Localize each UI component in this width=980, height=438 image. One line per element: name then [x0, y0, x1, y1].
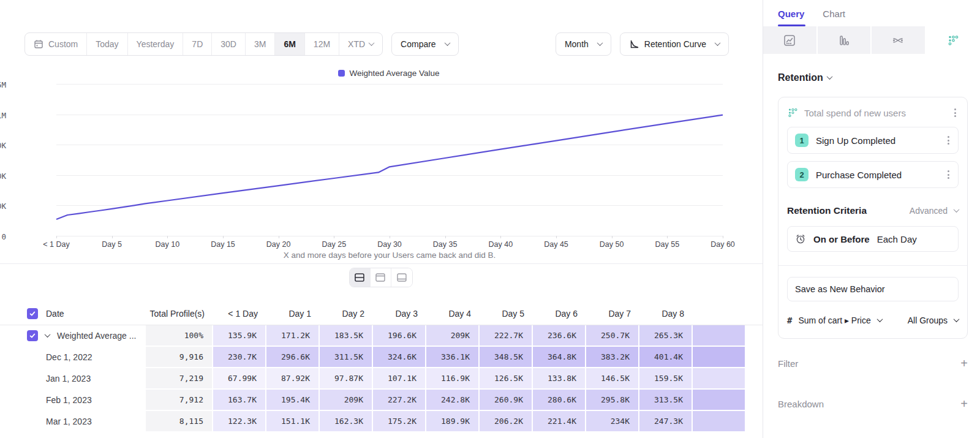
retention-value-cell-partial[interactable]	[693, 390, 746, 411]
range-custom[interactable]: Custom	[25, 33, 87, 55]
retention-value-cell[interactable]: 146.5K	[586, 368, 639, 390]
retention-value-cell[interactable]: 221.4K	[533, 411, 586, 432]
retention-value-cell[interactable]: 348.5K	[480, 347, 533, 368]
retention-value-cell[interactable]: 183.5K	[320, 325, 373, 347]
column-header[interactable]: Day 3	[373, 303, 426, 325]
granularity-button[interactable]: Month	[556, 32, 611, 56]
retention-value-cell[interactable]: 227.2K	[373, 390, 426, 411]
measure-property-dropdown[interactable]: Sum of cart ▸ Price	[798, 315, 881, 325]
range-today[interactable]: Today	[87, 33, 127, 55]
range-xtd[interactable]: XTD	[339, 33, 382, 55]
retention-value-cell[interactable]: 222.7K	[480, 325, 533, 347]
step-purchase-completed[interactable]: 2 Purchase Completed	[787, 161, 959, 188]
add-filter-button[interactable]: +	[960, 357, 968, 369]
report-type-insights[interactable]	[763, 26, 818, 54]
retention-value-cell-partial[interactable]	[693, 325, 746, 347]
add-breakdown-button[interactable]: +	[960, 398, 968, 410]
retention-value-cell[interactable]: 230.7K	[213, 347, 266, 368]
retention-value-cell[interactable]: 107.1K	[373, 368, 426, 390]
date-cell[interactable]: Feb 1, 2023	[0, 390, 146, 411]
retention-value-cell[interactable]: 135.9K	[213, 325, 266, 347]
retention-value-cell[interactable]: 324.6K	[373, 347, 426, 368]
column-header[interactable]: Day 1	[266, 303, 320, 325]
retention-value-cell-partial[interactable]	[693, 368, 746, 390]
retention-value-cell[interactable]: 242.8K	[426, 390, 480, 411]
compare-button[interactable]: Compare	[391, 32, 459, 56]
retention-value-cell[interactable]: 209K	[426, 325, 480, 347]
range-3m[interactable]: 3M	[246, 33, 275, 55]
step-menu-button[interactable]	[945, 168, 952, 181]
report-type-retention[interactable]	[926, 26, 980, 54]
retention-value-cell[interactable]: 234K	[586, 411, 639, 432]
date-cell[interactable]: Mar 1, 2023	[0, 411, 146, 432]
retention-value-cell[interactable]: 364.8K	[533, 347, 586, 368]
retention-value-cell[interactable]: 247.3K	[639, 411, 693, 432]
retention-value-cell[interactable]: 163.7K	[213, 390, 266, 411]
retention-value-cell[interactable]: 196.6K	[373, 325, 426, 347]
tab-query[interactable]: Query	[778, 9, 804, 26]
retention-value-cell[interactable]: 311.5K	[320, 347, 373, 368]
retention-value-cell[interactable]: 296.6K	[266, 347, 320, 368]
column-header[interactable]: Total Profile(s)	[146, 303, 213, 325]
retention-value-cell[interactable]: 162.3K	[320, 411, 373, 432]
retention-value-cell[interactable]: 250.7K	[586, 325, 639, 347]
save-as-new-behavior-button[interactable]: Save as New Behavior	[787, 277, 959, 301]
step-sign-up-completed[interactable]: 1 Sign Up Completed	[787, 127, 959, 154]
report-type-flows[interactable]	[872, 26, 926, 54]
retention-value-cell[interactable]: 97.87K	[320, 368, 373, 390]
retention-value-cell[interactable]: 313.5K	[639, 390, 693, 411]
retention-value-cell[interactable]: 195.4K	[266, 390, 320, 411]
report-type-funnels[interactable]	[818, 26, 872, 54]
retention-value-cell[interactable]: 336.1K	[426, 347, 480, 368]
retention-value-cell[interactable]: 122.3K	[213, 411, 266, 432]
retention-value-cell-partial[interactable]	[693, 347, 746, 368]
column-header[interactable]: Day 6	[533, 303, 586, 325]
retention-value-cell[interactable]: 236.6K	[533, 325, 586, 347]
retention-value-cell[interactable]: 206.2K	[480, 411, 533, 432]
all-groups-dropdown[interactable]: All Groups	[908, 315, 959, 325]
column-header[interactable]: < 1 Day	[213, 303, 266, 325]
step-menu-button[interactable]	[945, 134, 952, 147]
view-toggle-table-only[interactable]	[391, 268, 412, 287]
criteria-condition[interactable]: On or Before Each Day	[787, 226, 959, 252]
retention-value-cell[interactable]: 401.4K	[639, 347, 693, 368]
retention-value-cell[interactable]: 209K	[320, 390, 373, 411]
retention-value-cell[interactable]: 151.1K	[266, 411, 320, 432]
column-header[interactable]: Day 5	[480, 303, 533, 325]
retention-value-cell[interactable]: 116.9K	[426, 368, 480, 390]
range-12m[interactable]: 12M	[305, 33, 339, 55]
range-yesterday[interactable]: Yesterday	[128, 33, 184, 55]
range-7d[interactable]: 7D	[183, 33, 212, 55]
date-cell[interactable]: Dec 1, 2022	[0, 347, 146, 368]
range-6m[interactable]: 6M	[275, 33, 304, 55]
retention-value-cell[interactable]: 383.2K	[586, 347, 639, 368]
retention-value-cell[interactable]: 171.2K	[266, 325, 320, 347]
retention-value-cell[interactable]: 260.9K	[480, 390, 533, 411]
retention-value-cell[interactable]: 295.8K	[586, 390, 639, 411]
column-header[interactable]: Date	[0, 303, 146, 325]
advanced-dropdown[interactable]: Advanced	[910, 206, 959, 216]
view-toggle-split[interactable]	[349, 268, 370, 287]
row-checkbox[interactable]	[27, 308, 38, 319]
retention-value-cell[interactable]: 67.99K	[213, 368, 266, 390]
column-header[interactable]: Day 2	[320, 303, 373, 325]
retention-value-cell[interactable]: 159.5K	[639, 368, 693, 390]
retention-value-cell[interactable]: 265.3K	[639, 325, 693, 347]
expand-chevron-icon[interactable]	[45, 331, 51, 338]
retention-section-toggle[interactable]: Retention	[778, 72, 968, 83]
retention-value-cell[interactable]: 126.5K	[480, 368, 533, 390]
view-toggle-chart-only[interactable]	[370, 268, 391, 287]
date-cell[interactable]: Weighted Average ...	[0, 325, 146, 347]
column-header[interactable]: Day 4	[426, 303, 480, 325]
retention-value-cell[interactable]: 280.6K	[533, 390, 586, 411]
retention-value-cell[interactable]: 133.8K	[533, 368, 586, 390]
range-30d[interactable]: 30D	[212, 33, 246, 55]
row-checkbox[interactable]	[27, 330, 38, 341]
tab-chart[interactable]: Chart	[823, 9, 845, 26]
retention-value-cell[interactable]: 189.9K	[426, 411, 480, 432]
behavior-menu-button[interactable]	[952, 106, 959, 119]
date-cell[interactable]: Jan 1, 2023	[0, 368, 146, 390]
retention-value-cell-partial[interactable]	[693, 411, 746, 432]
retention-value-cell[interactable]: 87.92K	[266, 368, 320, 390]
retention-value-cell[interactable]: 175.2K	[373, 411, 426, 432]
